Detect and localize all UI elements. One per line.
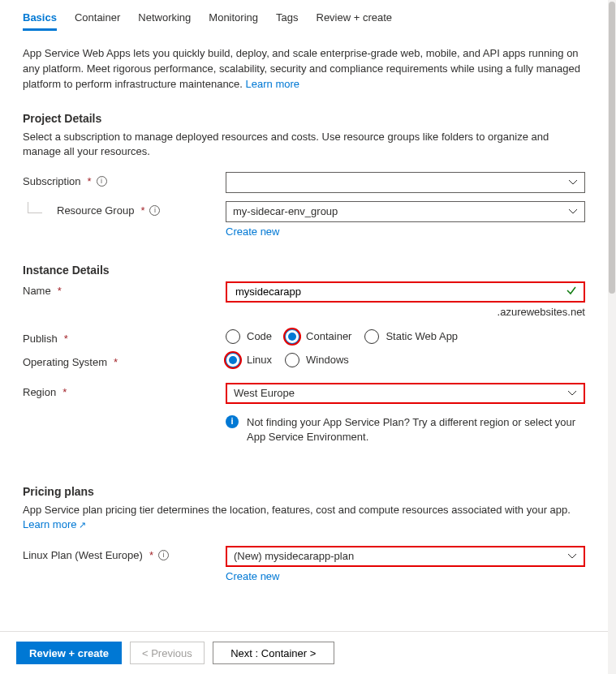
tab-networking[interactable]: Networking bbox=[138, 6, 191, 31]
create-new-rg-link[interactable]: Create new bbox=[226, 225, 585, 238]
name-input-wrapper bbox=[226, 281, 585, 303]
os-radio-windows[interactable]: Windows bbox=[285, 353, 349, 367]
required-indicator: * bbox=[149, 549, 153, 561]
name-label: Name bbox=[23, 285, 51, 297]
resource-group-dropdown[interactable]: my-sidecar-env_group bbox=[226, 201, 585, 222]
tab-review-create[interactable]: Review + create bbox=[317, 6, 393, 31]
required-indicator: * bbox=[88, 175, 92, 187]
linux-plan-value: (New) mysidecarapp-plan bbox=[234, 550, 354, 562]
chevron-down-icon bbox=[568, 207, 578, 217]
instance-details-heading: Instance Details bbox=[23, 264, 585, 277]
linux-plan-dropdown[interactable]: (New) mysidecarapp-plan bbox=[226, 546, 585, 567]
project-details-heading: Project Details bbox=[23, 112, 585, 125]
subscription-dropdown[interactable] bbox=[226, 172, 585, 193]
os-label: Operating System bbox=[23, 356, 107, 368]
resource-group-value: my-sidecar-env_group bbox=[233, 205, 338, 217]
tabs: Basics Container Networking Monitoring T… bbox=[23, 0, 585, 32]
name-suffix: .azurewebsites.net bbox=[226, 306, 585, 318]
publish-radio-static-web-app[interactable]: Static Web App bbox=[364, 329, 458, 344]
chevron-down-icon bbox=[567, 389, 577, 398]
learn-more-link[interactable]: Learn more bbox=[246, 78, 299, 90]
resource-group-label: Resource Group bbox=[57, 204, 134, 217]
intro-text: App Service Web Apps lets you quickly bu… bbox=[23, 46, 585, 92]
vertical-scrollbar[interactable] bbox=[608, 0, 616, 674]
info-icon[interactable]: i bbox=[149, 205, 160, 216]
scrollbar-thumb[interactable] bbox=[609, 2, 615, 294]
info-icon: i bbox=[226, 415, 239, 428]
linux-plan-label: Linux Plan (West Europe) bbox=[23, 549, 143, 561]
subscription-label: Subscription bbox=[23, 175, 81, 187]
radio-label: Linux bbox=[247, 354, 272, 366]
radio-label: Code bbox=[247, 330, 272, 342]
name-input[interactable] bbox=[234, 285, 566, 298]
tab-container[interactable]: Container bbox=[75, 6, 120, 31]
pricing-heading: Pricing plans bbox=[23, 485, 585, 498]
region-dropdown[interactable]: West Europe bbox=[226, 383, 585, 404]
publish-label: Publish bbox=[23, 333, 58, 345]
radio-label: Windows bbox=[306, 354, 349, 366]
chevron-down-icon bbox=[567, 552, 577, 561]
required-indicator: * bbox=[140, 204, 144, 217]
region-label: Region bbox=[23, 386, 56, 398]
create-new-plan-link[interactable]: Create new bbox=[226, 570, 585, 582]
publish-radio-container[interactable]: Container bbox=[285, 329, 351, 344]
pricing-desc-text: App Service plan pricing tier determines… bbox=[23, 504, 571, 516]
checkmark-icon bbox=[566, 285, 577, 298]
publish-radio-code[interactable]: Code bbox=[226, 329, 272, 344]
review-create-button[interactable]: Review + create bbox=[16, 642, 122, 664]
region-hint: Not finding your App Service Plan? Try a… bbox=[247, 415, 585, 444]
required-indicator: * bbox=[64, 333, 68, 345]
project-details-desc: Select a subscription to manage deployed… bbox=[23, 130, 585, 159]
info-icon[interactable]: i bbox=[97, 176, 107, 187]
pricing-learn-more-link[interactable]: Learn more bbox=[23, 518, 86, 530]
radio-label: Container bbox=[306, 330, 351, 342]
intro-body: App Service Web Apps lets you quickly bu… bbox=[23, 47, 580, 90]
tab-basics[interactable]: Basics bbox=[23, 6, 57, 31]
os-radio-linux[interactable]: Linux bbox=[226, 353, 272, 367]
previous-button[interactable]: < Previous bbox=[130, 642, 205, 664]
chevron-down-icon bbox=[568, 178, 578, 187]
footer: Review + create < Previous Next : Contai… bbox=[0, 631, 608, 674]
tab-tags[interactable]: Tags bbox=[276, 6, 298, 31]
info-icon[interactable]: i bbox=[158, 550, 169, 560]
next-button[interactable]: Next : Container > bbox=[213, 642, 334, 664]
tree-indent bbox=[28, 202, 42, 213]
tab-monitoring[interactable]: Monitoring bbox=[209, 6, 258, 31]
pricing-desc: App Service plan pricing tier determines… bbox=[23, 503, 585, 532]
required-indicator: * bbox=[58, 285, 62, 297]
region-value: West Europe bbox=[234, 387, 295, 399]
required-indicator: * bbox=[62, 386, 67, 398]
required-indicator: * bbox=[114, 356, 118, 368]
radio-label: Static Web App bbox=[386, 330, 458, 342]
